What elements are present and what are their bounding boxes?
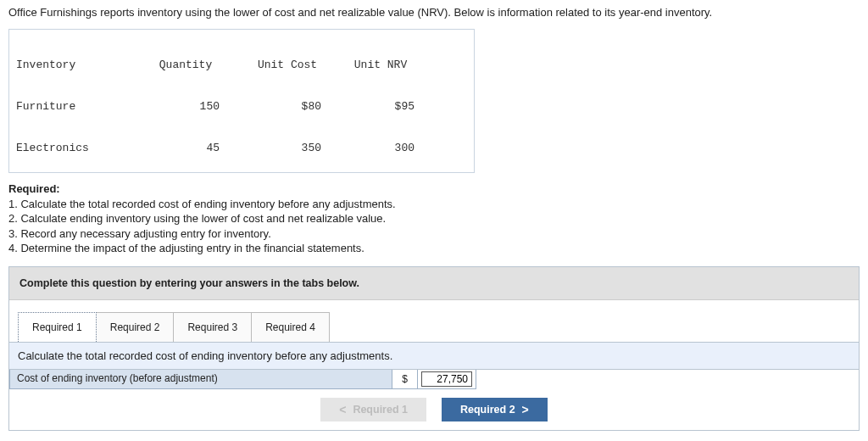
tab-required-2[interactable]: Required 2 <box>96 312 175 342</box>
answer-label: Cost of ending inventory (before adjustm… <box>9 370 392 389</box>
col-header-unit-nrv: Unit NRV <box>338 59 423 72</box>
tab-required-1[interactable]: Required 1 <box>18 312 97 342</box>
table-row: Furniture 150 $80 $95 <box>16 100 467 114</box>
tab-instruction: Calculate the total recorded cost of end… <box>9 342 859 370</box>
prev-button-label: Required 1 <box>353 404 408 416</box>
cell-unit-cost: $80 <box>236 100 338 114</box>
col-header-quantity: Quantity <box>135 59 236 72</box>
required-item: 1. Calculate the total recorded cost of … <box>8 197 860 212</box>
chevron-right-icon: > <box>522 403 529 416</box>
worksheet-panel: Complete this question by entering your … <box>8 266 860 431</box>
required-item: 4. Determine the impact of the adjusting… <box>8 241 860 256</box>
cell-unit-nrv: $95 <box>338 100 423 114</box>
table-row: Electronics 45 350 300 <box>16 142 467 155</box>
tab-required-3[interactable]: Required 3 <box>173 312 252 342</box>
required-label: Required: <box>8 182 60 195</box>
col-header-unit-cost: Unit Cost <box>236 59 338 72</box>
required-block: Required: 1. Calculate the total recorde… <box>8 181 860 256</box>
chevron-left-icon: < <box>339 403 346 416</box>
prev-button[interactable]: < Required 1 <box>320 398 426 421</box>
nav-buttons: < Required 1 Required 2 > <box>9 389 859 430</box>
cell-quantity: 45 <box>135 142 236 155</box>
cell-inventory: Furniture <box>16 100 135 114</box>
table-header-row: Inventory Quantity Unit Cost Unit NRV <box>16 59 467 72</box>
next-button[interactable]: Required 2 > <box>442 398 548 421</box>
answer-input[interactable] <box>421 371 472 387</box>
col-header-inventory: Inventory <box>16 59 135 72</box>
required-item: 3. Record any necessary adjusting entry … <box>8 226 860 242</box>
cell-unit-nrv: 300 <box>338 142 423 155</box>
next-button-label: Required 2 <box>460 404 515 416</box>
cell-unit-cost: 350 <box>236 142 338 155</box>
problem-intro: Office Furnishings reports inventory usi… <box>8 5 860 20</box>
cell-inventory: Electronics <box>16 142 135 155</box>
cell-quantity: 150 <box>135 100 236 114</box>
inventory-table: Inventory Quantity Unit Cost Unit NRV Fu… <box>8 29 475 174</box>
answer-input-wrap <box>418 370 476 389</box>
tab-required-4[interactable]: Required 4 <box>251 312 330 342</box>
worksheet-header: Complete this question by entering your … <box>9 267 859 300</box>
tab-bar: Required 1 Required 2 Required 3 Require… <box>9 300 859 342</box>
required-item: 2. Calculate ending inventory using the … <box>8 211 860 226</box>
answer-row: Cost of ending inventory (before adjustm… <box>9 370 859 389</box>
currency-symbol: $ <box>392 370 418 389</box>
